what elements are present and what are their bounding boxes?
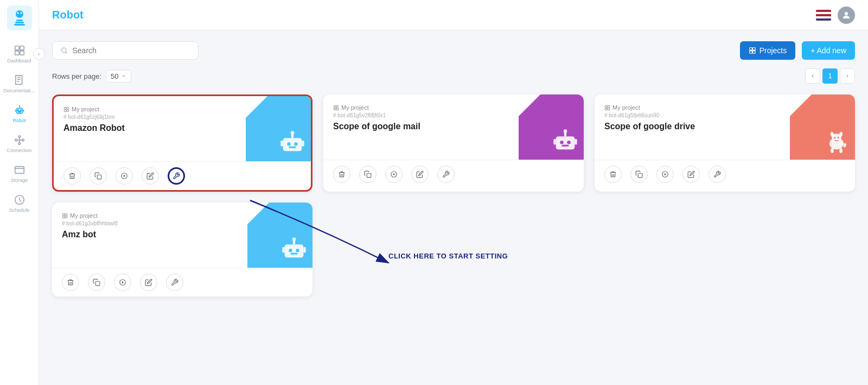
svg-point-6 <box>20 12 22 14</box>
rows-bar: Rows per page: 50 1 <box>52 68 855 84</box>
add-new-button[interactable]: + Add new <box>802 41 855 60</box>
card-4-settings-btn[interactable] <box>166 274 183 291</box>
card-3-play-btn[interactable] <box>656 166 674 183</box>
card-4-delete-btn[interactable] <box>62 274 79 291</box>
sidebar-toggle[interactable]: › <box>33 48 45 60</box>
card-1-play-btn[interactable] <box>116 167 133 185</box>
svg-rect-77 <box>65 213 67 216</box>
sidebar-item-schedule[interactable]: Schedule <box>0 188 39 218</box>
pagination-next[interactable] <box>840 68 855 84</box>
card-4-id: # bot-d61g3xbflhhbiwl8 <box>62 220 303 226</box>
svg-point-19 <box>18 143 21 145</box>
card-3-project: My project <box>604 104 845 111</box>
rows-per-page-select[interactable]: 50 <box>106 70 131 83</box>
card-amazon-robot[interactable]: My project # bot-d61g5zj6liij1bnr Amazon… <box>52 94 312 192</box>
sidebar-item-documentation[interactable]: Documentati... <box>0 69 39 99</box>
svg-rect-10 <box>20 51 23 55</box>
card-4-actions <box>52 268 312 296</box>
card-1-project: My project <box>63 106 301 112</box>
svg-point-16 <box>15 139 17 141</box>
svg-rect-29 <box>749 51 752 54</box>
svg-rect-9 <box>15 51 18 55</box>
svg-rect-30 <box>752 51 755 54</box>
card-google-drive[interactable]: My project # bot-d61g5fjeli6sun90 Scope … <box>595 94 855 192</box>
card-amz-bot[interactable]: My project # bot-d61g3xbflhhbiwl8 Amz bo… <box>52 203 312 296</box>
sidebar-item-robot[interactable]: Robot <box>0 99 39 129</box>
svg-rect-32 <box>67 107 69 109</box>
svg-rect-64 <box>608 108 610 110</box>
page-title: Robot <box>52 9 84 21</box>
card-1-settings-btn[interactable] <box>168 167 185 185</box>
sidebar-item-storage[interactable]: Storage <box>0 159 39 188</box>
card-1-delete-btn[interactable] <box>63 167 81 185</box>
rows-per-page-label: Rows per page: <box>52 72 101 80</box>
svg-rect-88 <box>95 281 100 286</box>
sidebar-storage-label: Storage <box>11 178 28 183</box>
svg-rect-22 <box>15 167 24 174</box>
svg-rect-63 <box>605 108 607 110</box>
pagination-page-1[interactable]: 1 <box>822 68 838 84</box>
search-input[interactable] <box>73 46 191 55</box>
card-2-delete-btn[interactable] <box>333 166 350 183</box>
projects-icon <box>749 47 756 54</box>
card-3-name: Scope of google drive <box>604 122 845 131</box>
svg-rect-58 <box>367 173 371 178</box>
card-3-id: # bot-d61g5fjeli6sun90 <box>604 112 845 118</box>
svg-marker-75 <box>665 173 667 176</box>
card-1-edit-btn[interactable] <box>142 167 159 185</box>
card-3-actions <box>595 160 855 188</box>
main-content: Projects + Add new Rows per page: 50 1 <box>39 30 868 385</box>
search-box <box>52 41 199 60</box>
svg-rect-2 <box>16 20 23 21</box>
card-1-actions <box>54 161 311 190</box>
cards-grid: My project # bot-d61g5zj6liij1bnr Amazon… <box>52 94 855 296</box>
card-3-clone-btn[interactable] <box>630 166 648 183</box>
svg-rect-79 <box>65 216 67 218</box>
svg-rect-15 <box>18 111 21 112</box>
svg-line-26 <box>66 52 67 54</box>
svg-rect-78 <box>62 216 65 218</box>
sidebar-dashboard-label: Dashboard <box>7 58 31 64</box>
pagination-prev[interactable] <box>805 68 820 84</box>
svg-rect-61 <box>605 105 607 108</box>
user-avatar[interactable] <box>838 7 855 24</box>
svg-rect-11 <box>15 75 22 85</box>
card-3-delete-btn[interactable] <box>604 166 622 183</box>
card-2-play-btn[interactable] <box>385 166 403 183</box>
sidebar-documentation-label: Documentati... <box>3 88 35 93</box>
svg-rect-34 <box>67 109 69 111</box>
svg-rect-46 <box>334 105 336 108</box>
svg-rect-31 <box>64 107 66 109</box>
card-4-play-btn[interactable] <box>114 274 131 291</box>
card-google-mail[interactable]: My project # bot-d61g5v2flifjf6lx1 Scope… <box>323 94 584 192</box>
pagination: 1 <box>805 68 855 84</box>
sidebar-item-connection[interactable]: Connection <box>0 129 39 159</box>
card-3-settings-btn[interactable] <box>709 166 726 183</box>
svg-rect-73 <box>638 173 642 178</box>
svg-rect-76 <box>62 213 65 216</box>
projects-button[interactable]: Projects <box>740 41 796 60</box>
svg-rect-27 <box>749 48 752 51</box>
svg-point-17 <box>22 139 24 141</box>
header: Robot <box>39 0 868 30</box>
card-3-edit-btn[interactable] <box>682 166 700 183</box>
card-2-clone-btn[interactable] <box>359 166 376 183</box>
svg-rect-57 <box>575 139 577 145</box>
card-4-project: My project <box>62 212 303 219</box>
svg-rect-62 <box>608 105 610 108</box>
card-1-clone-btn[interactable] <box>90 167 107 185</box>
svg-rect-47 <box>336 105 339 108</box>
dropdown-icon <box>121 73 126 79</box>
flag-us-icon[interactable] <box>816 10 831 21</box>
svg-rect-42 <box>302 141 304 147</box>
svg-point-14 <box>20 110 21 111</box>
logo <box>7 5 32 39</box>
card-4-clone-btn[interactable] <box>88 274 105 291</box>
svg-point-5 <box>17 12 18 14</box>
sidebar-connection-label: Connection <box>7 148 32 153</box>
svg-rect-3 <box>15 22 24 23</box>
card-2-settings-btn[interactable] <box>437 166 455 183</box>
card-2-actions <box>323 160 584 188</box>
card-2-edit-btn[interactable] <box>411 166 429 183</box>
card-4-edit-btn[interactable] <box>140 274 157 291</box>
